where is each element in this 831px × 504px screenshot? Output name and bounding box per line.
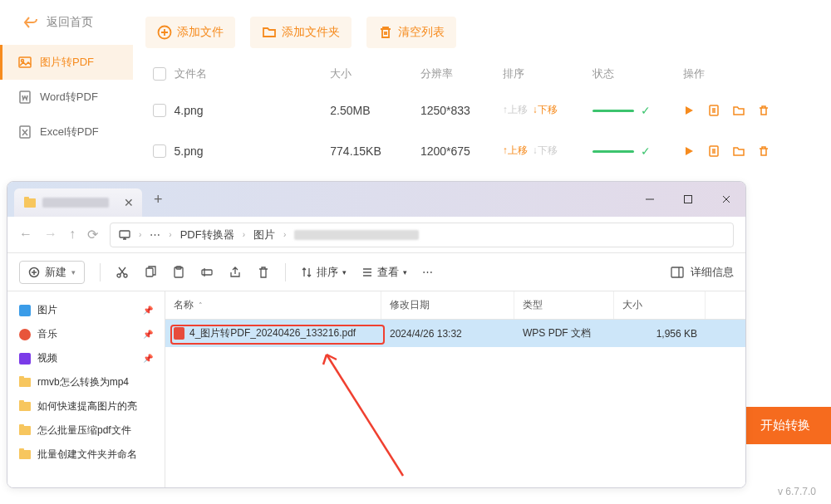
file-name-cell: 4_图片转PDF_20240426_133216.pdf — [165, 320, 381, 347]
word-icon — [18, 91, 32, 104]
nav-forward-icon[interactable]: → — [44, 227, 57, 242]
pin-icon: 📌 — [143, 330, 153, 339]
explorer-columns: 名称˄ 修改日期 类型 大小 — [165, 291, 745, 320]
image-icon — [18, 56, 32, 69]
details-pane-icon[interactable] — [671, 267, 684, 278]
sidebar-folder[interactable]: 怎么批量压缩pdf文件 — [16, 418, 156, 443]
back-home-label: 返回首页 — [47, 15, 93, 30]
explorer-address-bar: ← → ↑ ⟳ › ⋯ › PDF转换器 › 图片 › — [7, 217, 745, 253]
clear-list-button[interactable]: 清空列表 — [366, 17, 456, 48]
play-icon[interactable] — [683, 105, 695, 116]
svg-rect-8 — [120, 231, 130, 237]
pin-icon: 📌 — [143, 306, 153, 315]
folder-icon[interactable] — [733, 145, 745, 157]
check-icon: ✓ — [641, 104, 651, 117]
move-down-button[interactable]: ↓下移 — [533, 103, 558, 117]
more-button[interactable]: ⋯ — [422, 266, 433, 278]
svg-rect-12 — [146, 268, 153, 276]
cut-icon[interactable] — [116, 266, 129, 279]
col-date[interactable]: 修改日期 — [381, 291, 514, 319]
add-folder-button[interactable]: 添加文件夹 — [250, 17, 352, 48]
explorer-titlebar[interactable]: ✕ + — [7, 182, 745, 217]
copy-icon[interactable] — [144, 266, 157, 279]
move-down-button[interactable]: ↓下移 — [533, 144, 558, 158]
sidebar-folder[interactable]: rmvb怎么转换为mp4 — [16, 370, 156, 394]
svg-point-11 — [124, 274, 127, 277]
explorer-file-list: 名称˄ 修改日期 类型 大小 4_图片转PDF_20240426_133216.… — [165, 291, 745, 487]
row-checkbox[interactable] — [153, 144, 166, 158]
breadcrumb-item[interactable]: PDF转换器 — [180, 228, 234, 242]
toolbar: 添加文件 添加文件夹 清空列表 — [145, 17, 456, 48]
delete-icon[interactable] — [758, 145, 770, 157]
monitor-icon — [119, 229, 130, 241]
delete-icon[interactable] — [257, 266, 270, 279]
breadcrumb-dots[interactable]: ⋯ — [150, 228, 160, 241]
col-type[interactable]: 类型 — [514, 291, 614, 319]
folder-icon[interactable] — [733, 105, 745, 116]
cell-resolution: 1250*833 — [420, 104, 503, 117]
nav-label: Excel转PDF — [40, 125, 99, 139]
add-folder-label: 添加文件夹 — [282, 25, 340, 40]
move-up-button[interactable]: ↑上移 — [503, 144, 528, 158]
table-row[interactable]: 4.png 2.50MB 1250*833 ↑上移 ↓下移 ✓ — [145, 90, 823, 130]
sidebar-videos[interactable]: 视频📌 — [16, 346, 156, 370]
cell-status: ✓ — [593, 104, 683, 117]
pdf-icon — [174, 327, 184, 340]
table-row[interactable]: 5.png 774.15KB 1200*675 ↑上移 ↓下移 ✓ — [145, 130, 823, 171]
col-name[interactable]: 名称˄ — [165, 291, 381, 319]
nav-image-to-pdf[interactable]: 图片转PDF — [0, 45, 133, 80]
close-button[interactable] — [707, 182, 745, 217]
nav-up-icon[interactable]: ↑ — [69, 227, 76, 242]
view-button[interactable]: 查看▾ — [361, 265, 407, 280]
new-button[interactable]: 新建 ▾ — [19, 261, 85, 284]
image-icon — [19, 305, 31, 316]
move-up-button[interactable]: ↑上移 — [503, 103, 528, 117]
cell-filename: 5.png — [175, 144, 331, 158]
nav-word-to-pdf[interactable]: Word转PDF — [0, 80, 133, 115]
share-icon[interactable] — [229, 266, 242, 279]
excel-icon — [18, 125, 32, 139]
nav-label: 图片转PDF — [40, 55, 94, 70]
play-icon[interactable] — [683, 145, 695, 157]
close-tab-icon[interactable]: ✕ — [124, 196, 134, 209]
nav-back-icon[interactable]: ← — [19, 227, 32, 242]
file-row[interactable]: 4_图片转PDF_20240426_133216.pdf 2024/4/26 1… — [165, 320, 745, 347]
breadcrumb-path[interactable]: › ⋯ › PDF转换器 › 图片 › — [110, 223, 734, 247]
add-file-button[interactable]: 添加文件 — [145, 17, 235, 48]
new-tab-button[interactable]: + — [154, 191, 163, 208]
document-icon[interactable] — [708, 105, 720, 116]
nav-excel-to-pdf[interactable]: Excel转PDF — [0, 115, 133, 149]
col-sort: 排序 — [503, 66, 593, 81]
col-size[interactable]: 大小 — [614, 291, 706, 319]
sort-button[interactable]: 排序▾ — [301, 265, 347, 280]
col-size[interactable]: 大小 — [330, 66, 420, 81]
svg-rect-7 — [685, 196, 692, 203]
maximize-button[interactable] — [669, 182, 707, 217]
details-label[interactable]: 详细信息 — [691, 265, 734, 280]
sidebar-music[interactable]: 音乐📌 — [16, 322, 156, 346]
start-convert-button[interactable]: 开始转换 — [740, 407, 831, 444]
delete-icon[interactable] — [758, 105, 770, 116]
version-label: v 6.7.7.0 — [778, 486, 816, 497]
nav-refresh-icon[interactable]: ⟳ — [87, 227, 98, 242]
folder-icon — [19, 426, 31, 435]
sidebar-folder[interactable]: 批量创建文件夹并命名 — [16, 443, 156, 467]
folder-icon — [19, 378, 31, 387]
breadcrumb-item[interactable]: 图片 — [253, 228, 275, 242]
sidebar-pictures[interactable]: 图片📌 — [16, 298, 156, 322]
explorer-tab[interactable]: ✕ — [14, 188, 142, 217]
select-all-checkbox[interactable] — [153, 67, 166, 81]
rename-icon[interactable] — [200, 266, 214, 279]
document-icon[interactable] — [708, 145, 720, 157]
sidebar-folder[interactable]: 如何快速提高图片的亮 — [16, 394, 156, 418]
paste-icon[interactable] — [172, 266, 185, 279]
col-filename[interactable]: 文件名 — [175, 66, 331, 81]
col-resolution[interactable]: 分辨率 — [420, 66, 503, 81]
cell-size: 774.15KB — [330, 144, 420, 158]
file-table: 文件名 大小 分辨率 排序 状态 操作 4.png 2.50MB 1250*83… — [145, 58, 823, 171]
minimize-button[interactable] — [631, 182, 669, 217]
back-home-button[interactable]: 返回首页 — [0, 0, 133, 45]
folder-icon — [19, 450, 31, 459]
row-checkbox[interactable] — [153, 104, 166, 117]
folder-icon — [24, 198, 36, 208]
